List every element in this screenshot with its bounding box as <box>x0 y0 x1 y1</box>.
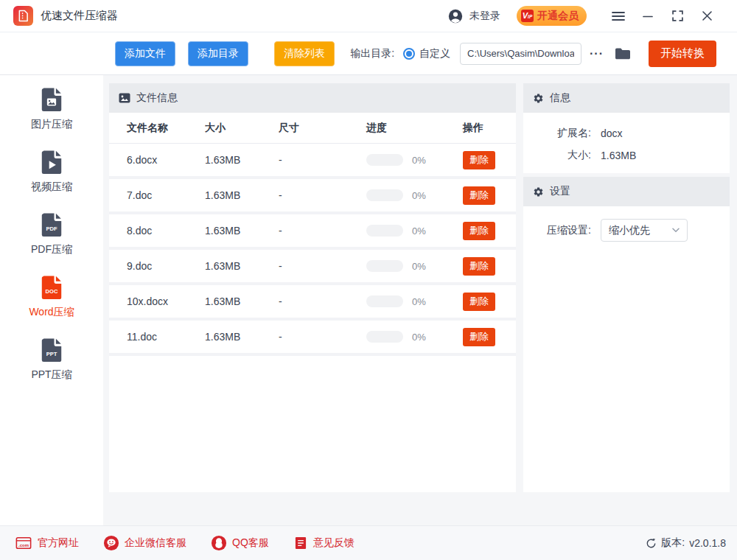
settings-panel: 设置 压缩设置: 缩小优先 <box>523 177 730 492</box>
window-controls <box>606 5 719 27</box>
vip-label: 开通会员 <box>537 10 579 23</box>
output-path-input[interactable] <box>460 43 581 65</box>
version-info: 版本: v2.0.1.8 <box>646 536 726 550</box>
login-status[interactable]: 未登录 <box>447 8 500 24</box>
file-name: 9.doc <box>127 260 205 272</box>
delete-button[interactable]: 删除 <box>463 151 495 169</box>
sidebar-item-ppt-compress[interactable]: PPT PPT压缩 <box>0 337 103 380</box>
official-website-link[interactable]: .com 官方网址 <box>15 535 79 551</box>
file-dims: - <box>279 189 366 201</box>
footer: .com 官方网址 企业微信客服 QQ客服 <box>0 525 737 560</box>
progress-bar <box>366 295 403 307</box>
sidebar-item-label: Word压缩 <box>29 306 74 318</box>
maximize-icon <box>672 10 683 21</box>
info-panel-header: 信息 <box>523 83 730 113</box>
delete-button[interactable]: 删除 <box>463 186 495 205</box>
wechat-icon <box>103 535 119 551</box>
custom-output-label: 自定义 <box>419 47 450 60</box>
content-area: 图片压缩 视频压缩 PDF PDF压缩 <box>0 75 737 525</box>
sidebar-item-video-compress[interactable]: 视频压缩 <box>0 150 103 192</box>
file-size: 1.63MB <box>205 295 279 307</box>
progress-label: 0% <box>412 296 426 307</box>
wechat-support-label: 企业微信客服 <box>125 536 186 550</box>
video-file-icon <box>39 150 64 175</box>
svg-text:PDF: PDF <box>46 225 57 232</box>
output-directory-group: 输出目录: 自定义 ··· 开始转换 <box>350 41 716 67</box>
sidebar-item-word-compress[interactable]: DOC Word压缩 <box>0 275 103 318</box>
info-row-size: 大小: 1.63MB <box>523 144 730 167</box>
titlebar: 优速文件压缩器 未登录 VIP 开通会员 <box>0 0 737 32</box>
file-dims: - <box>279 260 366 272</box>
delete-button[interactable]: 删除 <box>463 293 495 311</box>
col-dimensions: 尺寸 <box>279 122 366 135</box>
wechat-support-link[interactable]: 企业微信客服 <box>103 535 186 551</box>
svg-text:PPT: PPT <box>46 351 57 357</box>
delete-button[interactable]: 删除 <box>463 328 495 346</box>
progress-cell: 0% <box>366 260 463 272</box>
maximize-button[interactable] <box>665 5 690 27</box>
minimize-icon <box>643 11 653 21</box>
gear-icon <box>533 93 544 104</box>
col-size: 大小 <box>205 122 279 135</box>
vip-icon: VIP <box>521 10 534 22</box>
qq-support-link[interactable]: QQ客服 <box>211 535 269 551</box>
file-size: 1.63MB <box>205 189 279 201</box>
sidebar-item-label: PPT压缩 <box>31 368 71 380</box>
file-name: 8.doc <box>127 225 205 237</box>
clear-list-button[interactable]: 清除列表 <box>274 41 335 66</box>
file-name: 7.doc <box>127 189 205 201</box>
progress-label: 0% <box>412 155 426 166</box>
vip-button[interactable]: VIP 开通会员 <box>517 6 587 26</box>
sidebar-item-pdf-compress[interactable]: PDF PDF压缩 <box>0 212 103 255</box>
version-value: v2.0.1.8 <box>689 537 726 549</box>
delete-button[interactable]: 删除 <box>463 222 495 240</box>
app-identity: 优速文件压缩器 <box>13 6 118 26</box>
progress-bar <box>366 225 403 237</box>
table-row: 8.doc 1.63MB - 0% 删除 <box>109 214 516 250</box>
file-table-header: 文件名称 大小 尺寸 进度 操作 <box>109 113 516 144</box>
col-file-name: 文件名称 <box>127 122 205 135</box>
table-row: 10x.docx 1.63MB - 0% 删除 <box>109 285 516 321</box>
custom-output-radio[interactable] <box>403 48 415 60</box>
browse-more-button[interactable]: ··· <box>587 46 606 62</box>
app-title: 优速文件压缩器 <box>41 9 118 23</box>
file-name: 10x.docx <box>127 295 205 307</box>
delete-button[interactable]: 删除 <box>463 257 495 276</box>
titlebar-actions: 未登录 VIP 开通会员 <box>447 5 719 27</box>
add-directory-button[interactable]: 添加目录 <box>188 41 248 66</box>
compress-mode-value: 缩小优先 <box>609 224 650 237</box>
sidebar-item-image-compress[interactable]: 图片压缩 <box>0 87 103 130</box>
svg-text:DOC: DOC <box>46 288 58 295</box>
sidebar-item-label: 视频压缩 <box>31 181 72 192</box>
start-convert-button[interactable]: 开始转换 <box>649 41 716 67</box>
progress-cell: 0% <box>366 295 463 307</box>
compress-mode-select[interactable]: 缩小优先 <box>601 219 688 242</box>
info-panel-title: 信息 <box>550 91 570 105</box>
chevron-down-icon <box>672 228 680 233</box>
progress-cell: 0% <box>366 331 463 343</box>
progress-bar <box>366 260 403 272</box>
official-website-label: 官方网址 <box>38 536 79 550</box>
file-name: 11.doc <box>127 331 205 343</box>
refresh-icon <box>646 538 657 549</box>
add-file-button[interactable]: 添加文件 <box>115 41 175 66</box>
login-label: 未登录 <box>469 10 500 23</box>
open-folder-button[interactable] <box>615 47 631 60</box>
file-dims: - <box>279 295 366 307</box>
file-panel: 文件信息 文件名称 大小 尺寸 进度 操作 6.docx 1.63MB - 0% <box>109 83 516 492</box>
size-label: 大小: <box>523 149 591 162</box>
file-panel-title: 文件信息 <box>136 91 178 105</box>
file-size: 1.63MB <box>205 225 279 237</box>
progress-label: 0% <box>412 190 426 201</box>
file-size: 1.63MB <box>205 331 279 343</box>
progress-label: 0% <box>412 225 426 237</box>
user-icon <box>447 8 464 24</box>
feedback-icon <box>293 535 308 551</box>
folder-icon <box>615 47 631 60</box>
close-button[interactable] <box>694 5 719 27</box>
feedback-link[interactable]: 意见反馈 <box>293 535 354 551</box>
progress-bar <box>366 331 403 343</box>
minimize-button[interactable] <box>635 5 660 27</box>
settings-panel-header: 设置 <box>523 177 730 206</box>
menu-button[interactable] <box>606 5 631 27</box>
